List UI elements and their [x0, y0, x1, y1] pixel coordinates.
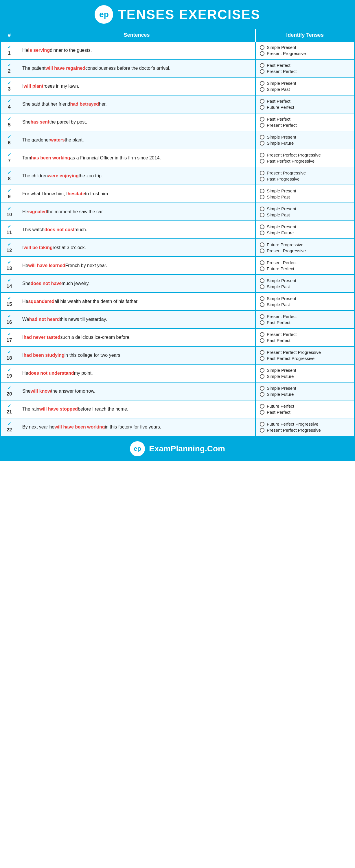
radio-circle[interactable]: [260, 302, 264, 307]
cell-tenses: Past PerfectPresent Perfect: [256, 114, 354, 131]
table-row: ✓18I had been studying in this college f…: [1, 347, 354, 365]
tense-option[interactable]: Present Perfect: [260, 69, 350, 74]
radio-circle[interactable]: [260, 260, 264, 265]
radio-circle[interactable]: [260, 249, 264, 253]
tense-option[interactable]: Present Perfect: [260, 332, 350, 337]
tense-option[interactable]: Future Perfect Progressive: [260, 422, 350, 427]
radio-circle[interactable]: [260, 81, 264, 86]
radio-circle[interactable]: [260, 141, 264, 146]
tense-option[interactable]: Present Perfect: [260, 123, 350, 128]
radio-circle[interactable]: [260, 320, 264, 325]
radio-circle[interactable]: [260, 135, 264, 140]
tense-option[interactable]: Simple Present: [260, 134, 350, 140]
tense-option[interactable]: Simple Past: [260, 212, 350, 217]
tense-option[interactable]: Future Progressive: [260, 242, 350, 247]
tense-option[interactable]: Present Perfect Progressive: [260, 428, 350, 433]
tense-option[interactable]: Past Perfect: [260, 410, 350, 414]
radio-circle[interactable]: [260, 356, 264, 361]
tense-option[interactable]: Past Progressive: [260, 177, 350, 181]
tense-option[interactable]: Simple Present: [260, 278, 350, 283]
tense-option[interactable]: Past Perfect: [260, 117, 350, 122]
radio-circle[interactable]: [260, 159, 264, 163]
radio-circle[interactable]: [260, 87, 264, 92]
radio-circle[interactable]: [260, 153, 264, 157]
radio-circle[interactable]: [260, 404, 264, 408]
radio-circle[interactable]: [260, 117, 264, 122]
tense-option[interactable]: Simple Present: [260, 386, 350, 391]
radio-circle[interactable]: [260, 278, 264, 283]
tense-option[interactable]: Simple Past: [260, 302, 350, 307]
radio-circle[interactable]: [260, 45, 264, 50]
tense-option[interactable]: Simple Past: [260, 194, 350, 199]
radio-circle[interactable]: [260, 69, 264, 74]
tense-option[interactable]: Simple Future: [260, 392, 350, 397]
tense-option[interactable]: Present Perfect: [260, 260, 350, 265]
radio-circle[interactable]: [260, 392, 264, 397]
radio-circle[interactable]: [260, 332, 264, 337]
tense-option[interactable]: Simple Future: [260, 141, 350, 146]
tense-option[interactable]: Simple Future: [260, 374, 350, 379]
tense-option[interactable]: Present Progressive: [260, 170, 350, 175]
radio-circle[interactable]: [260, 171, 264, 175]
tense-option[interactable]: Past Perfect: [260, 338, 350, 343]
radio-circle[interactable]: [260, 314, 264, 319]
tense-option[interactable]: Past Perfect: [260, 320, 350, 325]
tense-option[interactable]: Present Progressive: [260, 51, 350, 56]
tense-option[interactable]: Future Perfect: [260, 404, 350, 408]
tense-option[interactable]: Past Perfect: [260, 99, 350, 103]
radio-circle[interactable]: [260, 386, 264, 391]
radio-circle[interactable]: [260, 410, 264, 414]
cell-sentence: I had been studying in this college for …: [18, 347, 256, 364]
tense-option[interactable]: Simple Present: [260, 368, 350, 373]
radio-circle[interactable]: [260, 213, 264, 217]
radio-circle[interactable]: [260, 296, 264, 301]
tense-option[interactable]: Past Perfect Progressive: [260, 356, 350, 361]
tense-option[interactable]: Simple Present: [260, 296, 350, 301]
tense-option[interactable]: Simple Present: [260, 81, 350, 86]
tense-option[interactable]: Simple Present: [260, 224, 350, 229]
cell-num: ✓15: [1, 293, 18, 310]
tense-option[interactable]: Future Perfect: [260, 105, 350, 110]
tense-label: Present Perfect: [267, 332, 296, 337]
highlight-word: waters: [50, 137, 65, 143]
sentence-text: my point.: [74, 371, 93, 376]
radio-circle[interactable]: [260, 189, 264, 193]
sentence-text: He: [22, 209, 28, 214]
radio-circle[interactable]: [260, 230, 264, 235]
tense-option[interactable]: Present Perfect Progressive: [260, 153, 350, 157]
tense-option[interactable]: Present Perfect Progressive: [260, 350, 350, 355]
radio-circle[interactable]: [260, 123, 264, 128]
tense-option[interactable]: Past Perfect Progressive: [260, 159, 350, 163]
tense-option[interactable]: Simple Present: [260, 188, 350, 193]
tense-option[interactable]: Future Perfect: [260, 266, 350, 271]
radio-circle[interactable]: [260, 428, 264, 433]
tense-option[interactable]: Simple Future: [260, 230, 350, 235]
radio-circle[interactable]: [260, 207, 264, 211]
radio-circle[interactable]: [260, 374, 264, 379]
cell-num: ✓21: [1, 400, 18, 418]
radio-circle[interactable]: [260, 51, 264, 56]
radio-circle[interactable]: [260, 195, 264, 199]
radio-circle[interactable]: [260, 177, 264, 181]
radio-circle[interactable]: [260, 224, 264, 229]
tense-option[interactable]: Past Perfect: [260, 63, 350, 68]
radio-circle[interactable]: [260, 243, 264, 247]
radio-circle[interactable]: [260, 368, 264, 373]
tense-option[interactable]: Simple Present: [260, 45, 350, 50]
radio-circle[interactable]: [260, 267, 264, 271]
radio-circle[interactable]: [260, 338, 264, 343]
radio-circle[interactable]: [260, 350, 264, 355]
checkmark: ✓: [7, 296, 11, 301]
tense-option[interactable]: Present Perfect: [260, 314, 350, 319]
tense-option[interactable]: Simple Present: [260, 206, 350, 211]
tense-label: Present Perfect: [267, 123, 296, 128]
tense-option[interactable]: Simple Past: [260, 87, 350, 92]
radio-circle[interactable]: [260, 63, 264, 68]
radio-circle[interactable]: [260, 99, 264, 103]
cell-tenses: Simple PresentSimple Future: [256, 382, 354, 400]
radio-circle[interactable]: [260, 105, 264, 110]
radio-circle[interactable]: [260, 284, 264, 289]
tense-option[interactable]: Present Progressive: [260, 248, 350, 253]
radio-circle[interactable]: [260, 422, 264, 427]
tense-option[interactable]: Simple Past: [260, 284, 350, 289]
